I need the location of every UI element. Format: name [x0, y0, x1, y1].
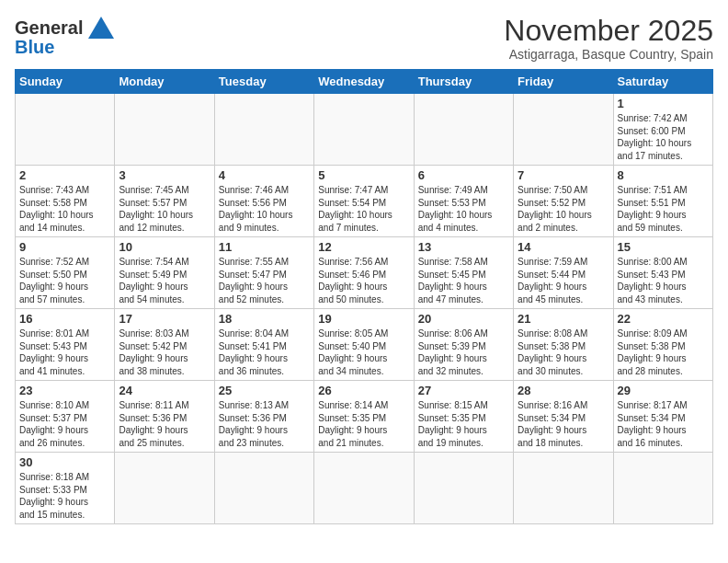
day-cell: 29Sunrise: 8:17 AM Sunset: 5:34 PM Dayli… — [613, 381, 712, 453]
day-number: 23 — [19, 384, 110, 397]
day-number: 5 — [318, 168, 409, 182]
day-sun-info: Sunrise: 7:47 AM Sunset: 5:54 PM Dayligh… — [318, 184, 409, 234]
day-cell: 11Sunrise: 7:55 AM Sunset: 5:47 PM Dayli… — [214, 237, 313, 309]
day-sun-info: Sunrise: 8:04 AM Sunset: 5:41 PM Dayligh… — [219, 327, 310, 377]
day-number: 2 — [19, 168, 110, 182]
col-header-saturday: Saturday — [613, 70, 712, 94]
day-sun-info: Sunrise: 7:51 AM Sunset: 5:51 PM Dayligh… — [618, 184, 709, 234]
day-number: 3 — [119, 168, 210, 182]
day-sun-info: Sunrise: 8:17 AM Sunset: 5:34 PM Dayligh… — [618, 399, 709, 449]
svg-marker-0 — [88, 17, 114, 39]
day-sun-info: Sunrise: 8:16 AM Sunset: 5:34 PM Dayligh… — [518, 399, 609, 449]
col-header-friday: Friday — [514, 70, 613, 94]
day-sun-info: Sunrise: 8:03 AM Sunset: 5:42 PM Dayligh… — [119, 327, 210, 377]
logo: General Blue — [15, 15, 116, 58]
day-cell: 5Sunrise: 7:47 AM Sunset: 5:54 PM Daylig… — [314, 166, 414, 237]
day-cell: 1Sunrise: 7:42 AM Sunset: 6:00 PM Daylig… — [613, 94, 712, 166]
col-header-tuesday: Tuesday — [214, 70, 313, 94]
day-sun-info: Sunrise: 8:15 AM Sunset: 5:35 PM Dayligh… — [418, 399, 509, 449]
day-sun-info: Sunrise: 7:45 AM Sunset: 5:57 PM Dayligh… — [119, 184, 210, 234]
day-number: 17 — [119, 312, 210, 326]
day-cell: 27Sunrise: 8:15 AM Sunset: 5:35 PM Dayli… — [414, 381, 513, 453]
day-cell: 22Sunrise: 8:09 AM Sunset: 5:38 PM Dayli… — [613, 309, 712, 381]
week-row-2: 2Sunrise: 7:43 AM Sunset: 5:58 PM Daylig… — [16, 166, 713, 237]
day-cell: 24Sunrise: 8:11 AM Sunset: 5:36 PM Dayli… — [115, 381, 214, 453]
day-number: 14 — [518, 240, 609, 254]
day-sun-info: Sunrise: 7:50 AM Sunset: 5:52 PM Dayligh… — [518, 184, 609, 234]
day-cell: 13Sunrise: 7:58 AM Sunset: 5:45 PM Dayli… — [414, 237, 513, 309]
week-row-3: 9Sunrise: 7:52 AM Sunset: 5:50 PM Daylig… — [16, 237, 713, 309]
col-header-thursday: Thursday — [414, 70, 513, 94]
logo-blue: Blue — [15, 37, 54, 58]
day-number: 24 — [119, 384, 210, 397]
day-cell — [613, 453, 712, 524]
day-sun-info: Sunrise: 7:54 AM Sunset: 5:49 PM Dayligh… — [119, 256, 210, 305]
logo-general: General — [15, 17, 83, 39]
day-cell — [16, 94, 115, 166]
day-number: 15 — [618, 240, 709, 254]
week-row-5: 23Sunrise: 8:10 AM Sunset: 5:37 PM Dayli… — [16, 381, 713, 453]
day-cell — [115, 94, 214, 166]
day-cell — [514, 453, 613, 524]
col-header-wednesday: Wednesday — [314, 70, 414, 94]
day-number: 13 — [418, 240, 509, 254]
logo-icon — [86, 15, 116, 40]
day-cell: 14Sunrise: 7:59 AM Sunset: 5:44 PM Dayli… — [514, 237, 613, 309]
day-cell: 3Sunrise: 7:45 AM Sunset: 5:57 PM Daylig… — [115, 166, 214, 237]
day-cell — [115, 453, 214, 524]
day-number: 6 — [418, 168, 509, 182]
day-cell — [314, 453, 414, 524]
day-number: 26 — [318, 384, 409, 397]
calendar-table: SundayMondayTuesdayWednesdayThursdayFrid… — [15, 69, 713, 524]
title-area: November 2025 Astigarraga, Basque Countr… — [504, 15, 713, 62]
day-sun-info: Sunrise: 7:52 AM Sunset: 5:50 PM Dayligh… — [19, 256, 110, 305]
calendar-header-row: SundayMondayTuesdayWednesdayThursdayFrid… — [16, 70, 713, 94]
day-cell: 19Sunrise: 8:05 AM Sunset: 5:40 PM Dayli… — [314, 309, 414, 381]
day-cell — [214, 94, 313, 166]
day-cell: 12Sunrise: 7:56 AM Sunset: 5:46 PM Dayli… — [314, 237, 414, 309]
week-row-1: 1Sunrise: 7:42 AM Sunset: 6:00 PM Daylig… — [16, 94, 713, 166]
day-sun-info: Sunrise: 7:59 AM Sunset: 5:44 PM Dayligh… — [518, 256, 609, 305]
day-cell: 8Sunrise: 7:51 AM Sunset: 5:51 PM Daylig… — [613, 166, 712, 237]
day-cell: 4Sunrise: 7:46 AM Sunset: 5:56 PM Daylig… — [214, 166, 313, 237]
day-sun-info: Sunrise: 8:10 AM Sunset: 5:37 PM Dayligh… — [19, 399, 110, 449]
day-sun-info: Sunrise: 8:11 AM Sunset: 5:36 PM Dayligh… — [119, 399, 210, 449]
day-sun-info: Sunrise: 7:49 AM Sunset: 5:53 PM Dayligh… — [418, 184, 509, 234]
day-cell: 25Sunrise: 8:13 AM Sunset: 5:36 PM Dayli… — [214, 381, 313, 453]
day-sun-info: Sunrise: 7:58 AM Sunset: 5:45 PM Dayligh… — [418, 256, 509, 305]
day-sun-info: Sunrise: 8:00 AM Sunset: 5:43 PM Dayligh… — [618, 256, 709, 305]
day-number: 22 — [618, 312, 709, 326]
col-header-monday: Monday — [115, 70, 214, 94]
day-cell: 23Sunrise: 8:10 AM Sunset: 5:37 PM Dayli… — [16, 381, 115, 453]
day-sun-info: Sunrise: 7:43 AM Sunset: 5:58 PM Dayligh… — [19, 184, 110, 234]
day-number: 1 — [618, 97, 709, 110]
day-number: 11 — [219, 240, 310, 254]
day-cell: 30Sunrise: 8:18 AM Sunset: 5:33 PM Dayli… — [16, 453, 115, 524]
day-sun-info: Sunrise: 8:09 AM Sunset: 5:38 PM Dayligh… — [618, 327, 709, 377]
day-sun-info: Sunrise: 8:18 AM Sunset: 5:33 PM Dayligh… — [19, 471, 110, 521]
day-sun-info: Sunrise: 7:46 AM Sunset: 5:56 PM Dayligh… — [219, 184, 310, 234]
day-cell: 10Sunrise: 7:54 AM Sunset: 5:49 PM Dayli… — [115, 237, 214, 309]
location-subtitle: Astigarraga, Basque Country, Spain — [504, 47, 713, 62]
day-sun-info: Sunrise: 8:08 AM Sunset: 5:38 PM Dayligh… — [518, 327, 609, 377]
day-cell — [214, 453, 313, 524]
day-number: 21 — [518, 312, 609, 326]
day-cell — [314, 94, 414, 166]
day-cell — [414, 453, 513, 524]
day-sun-info: Sunrise: 8:06 AM Sunset: 5:39 PM Dayligh… — [418, 327, 509, 377]
day-number: 30 — [19, 455, 110, 469]
day-cell: 6Sunrise: 7:49 AM Sunset: 5:53 PM Daylig… — [414, 166, 513, 237]
day-sun-info: Sunrise: 7:56 AM Sunset: 5:46 PM Dayligh… — [318, 256, 409, 305]
day-cell: 7Sunrise: 7:50 AM Sunset: 5:52 PM Daylig… — [514, 166, 613, 237]
day-sun-info: Sunrise: 8:01 AM Sunset: 5:43 PM Dayligh… — [19, 327, 110, 377]
day-cell — [514, 94, 613, 166]
day-number: 8 — [618, 168, 709, 182]
day-number: 16 — [19, 312, 110, 326]
day-number: 28 — [518, 384, 609, 397]
col-header-sunday: Sunday — [16, 70, 115, 94]
day-cell: 18Sunrise: 8:04 AM Sunset: 5:41 PM Dayli… — [214, 309, 313, 381]
week-row-6: 30Sunrise: 8:18 AM Sunset: 5:33 PM Dayli… — [16, 453, 713, 524]
day-sun-info: Sunrise: 7:55 AM Sunset: 5:47 PM Dayligh… — [219, 256, 310, 305]
day-cell: 15Sunrise: 8:00 AM Sunset: 5:43 PM Dayli… — [613, 237, 712, 309]
day-cell: 2Sunrise: 7:43 AM Sunset: 5:58 PM Daylig… — [16, 166, 115, 237]
